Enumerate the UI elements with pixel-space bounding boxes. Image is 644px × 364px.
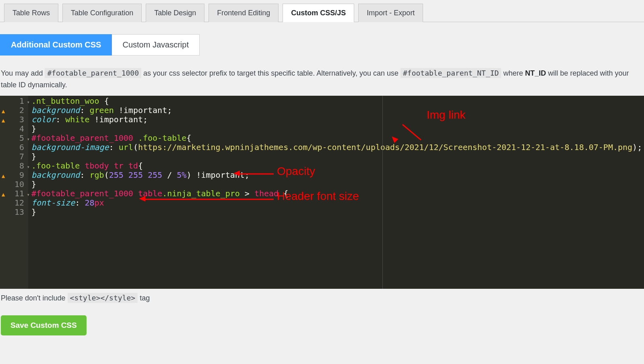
code-line[interactable]: font-size: 28px <box>31 198 644 208</box>
main-tabs: Table Rows Table Configuration Table Des… <box>0 0 644 22</box>
gutter-line: 4 <box>0 124 24 134</box>
sub-tab-css[interactable]: Additional Custom CSS <box>0 34 112 56</box>
editor-ruler <box>382 96 383 289</box>
sub-tabs: Additional Custom CSS Custom Javascript <box>0 34 644 56</box>
code-line[interactable]: } <box>31 180 644 189</box>
code-line[interactable]: #footable_parent_1000 table.ninja_table_… <box>31 189 644 198</box>
gutter-line: 10 <box>0 180 24 189</box>
editor-code-body[interactable]: .nt_button_woo {background: green !impor… <box>31 97 644 217</box>
editor-gutter: 12345678910111213 <box>0 96 28 289</box>
selector-ntid-code: #footable_parent_NT_ID <box>400 68 501 78</box>
gutter-line: 13 <box>0 208 24 217</box>
gutter-line: 2 <box>0 106 24 115</box>
tab-import-export[interactable]: Import - Export <box>358 4 423 22</box>
save-button[interactable]: Save Custom CSS <box>1 315 87 335</box>
tab-table-rows[interactable]: Table Rows <box>4 4 58 22</box>
code-line[interactable]: color: white !important; <box>31 115 644 124</box>
code-line[interactable]: } <box>31 124 644 134</box>
gutter-line: 6 <box>0 143 24 152</box>
tab-frontend-editing[interactable]: Frontend Editing <box>208 4 279 22</box>
code-line[interactable]: #footable_parent_1000 .foo-table{ <box>31 134 644 143</box>
css-code-editor[interactable]: 12345678910111213 .nt_button_woo {backgr… <box>0 96 644 289</box>
gutter-line: 12 <box>0 198 24 208</box>
code-line[interactable]: background: rgb(255 255 255 / 5%) !impor… <box>31 171 644 180</box>
gutter-line: 7 <box>0 152 24 161</box>
sub-tab-js[interactable]: Custom Javascript <box>112 34 200 56</box>
gutter-line: 1 <box>0 97 24 106</box>
gutter-line: 9 <box>0 171 24 180</box>
code-line[interactable]: .nt_button_woo { <box>31 97 644 106</box>
selector-prefix-code: #footable_parent_1000 <box>45 68 141 78</box>
gutter-line: 5 <box>0 134 24 143</box>
gutter-line: 3 <box>0 115 24 124</box>
css-help-text: You may add #footable_parent_1000 as you… <box>1 68 643 91</box>
code-line[interactable]: background: green !important; <box>31 106 644 115</box>
code-line[interactable]: background-image: url(https://marketing.… <box>31 143 644 152</box>
style-tag-code: <style></style> <box>68 293 138 303</box>
code-line[interactable]: } <box>31 208 644 217</box>
tab-table-design[interactable]: Table Design <box>146 4 204 22</box>
tab-custom-css-js[interactable]: Custom CSS/JS <box>283 4 354 22</box>
code-line[interactable]: .foo-table tbody tr td{ <box>31 161 644 171</box>
gutter-line: 8 <box>0 161 24 171</box>
footer-note: Please don't include <style></style> tag <box>1 294 643 302</box>
gutter-line: 11 <box>0 189 24 198</box>
code-line[interactable]: } <box>31 152 644 161</box>
tab-table-configuration[interactable]: Table Configuration <box>62 4 142 22</box>
